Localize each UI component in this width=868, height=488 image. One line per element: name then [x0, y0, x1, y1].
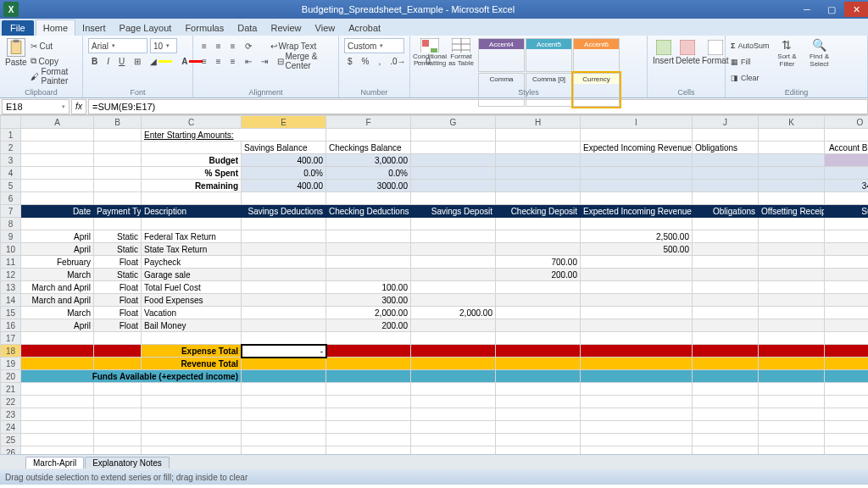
- col-header[interactable]: J: [693, 116, 759, 129]
- col-header[interactable]: O: [825, 116, 869, 129]
- tab-data[interactable]: Data: [231, 20, 264, 36]
- border-button[interactable]: ⊞: [131, 55, 144, 68]
- row-header[interactable]: 16: [1, 319, 21, 332]
- align-bottom-button[interactable]: ≡: [227, 40, 239, 53]
- row-header[interactable]: 17: [1, 332, 21, 345]
- fill-color-button[interactable]: ◢: [147, 55, 175, 68]
- col-header[interactable]: I: [581, 116, 693, 129]
- formula-bar: E18▾ fx =SUM(E9:E17): [0, 98, 868, 115]
- group-cells: Insert Delete Format Cells: [648, 36, 726, 97]
- find-icon: 🔍: [812, 38, 826, 52]
- group-font: Arial▾ 10▾ B I U ⊞ ◢ A Font: [83, 36, 193, 97]
- col-header[interactable]: F: [326, 116, 411, 129]
- format-painter-button[interactable]: 🖌Format Painter: [31, 69, 77, 84]
- svg-rect-11: [708, 40, 723, 55]
- row-header[interactable]: 11: [1, 256, 21, 269]
- merge-center-button[interactable]: ⊟Merge & Center: [274, 50, 333, 72]
- close-button[interactable]: ✕: [844, 2, 868, 17]
- currency-button[interactable]: $: [344, 55, 356, 68]
- insert-cells-button[interactable]: Insert: [653, 38, 674, 67]
- row-header[interactable]: 8: [1, 218, 21, 230]
- row-header[interactable]: 10: [1, 243, 21, 256]
- format-as-table-button[interactable]: Format as Table: [447, 38, 476, 67]
- row-header[interactable]: 25: [1, 434, 21, 446]
- row-header[interactable]: 7: [1, 205, 21, 218]
- col-header[interactable]: A: [21, 116, 94, 129]
- row-header[interactable]: 21: [1, 383, 21, 396]
- style-accent5[interactable]: Accent5: [526, 38, 572, 72]
- increase-indent-button[interactable]: ⇥: [258, 55, 271, 68]
- cut-button[interactable]: ✂Cut: [31, 38, 77, 53]
- underline-button[interactable]: U: [115, 55, 128, 68]
- tab-review[interactable]: Review: [264, 20, 308, 36]
- font-name-select[interactable]: Arial▾: [88, 38, 147, 53]
- col-header[interactable]: E: [242, 116, 326, 129]
- spreadsheet-grid[interactable]: ABCEFGHIJKO1Enter Starting Amounts:2Savi…: [0, 115, 868, 454]
- row-header[interactable]: 1: [1, 129, 21, 141]
- sheet-tab[interactable]: Explanatory Notes: [85, 457, 170, 469]
- fx-button[interactable]: fx: [71, 99, 86, 114]
- tab-formulas[interactable]: Formulas: [178, 20, 231, 36]
- col-header[interactable]: C: [142, 116, 242, 129]
- row-header[interactable]: 12: [1, 269, 21, 281]
- excel-icon: X: [3, 2, 19, 17]
- name-box[interactable]: E18▾: [2, 99, 70, 114]
- clear-button[interactable]: ◨Clear: [731, 70, 769, 86]
- align-center-button[interactable]: ≡: [213, 55, 225, 68]
- format-cells-button[interactable]: Format: [702, 38, 729, 67]
- style-accent4[interactable]: Accent4: [478, 38, 525, 72]
- col-header[interactable]: H: [496, 116, 581, 129]
- row-header[interactable]: 4: [1, 167, 21, 180]
- autosum-button[interactable]: ΣAutoSum: [731, 38, 769, 53]
- col-header[interactable]: B: [94, 116, 142, 129]
- col-header[interactable]: G: [411, 116, 496, 129]
- tab-view[interactable]: View: [309, 20, 342, 36]
- col-header[interactable]: K: [759, 116, 825, 129]
- row-header[interactable]: 26: [1, 446, 21, 455]
- row-header[interactable]: 20: [1, 370, 21, 383]
- svg-rect-10: [680, 40, 695, 55]
- tab-insert[interactable]: Insert: [75, 20, 113, 36]
- row-header[interactable]: 2: [1, 141, 21, 154]
- maximize-button[interactable]: ▢: [820, 2, 843, 17]
- paste-button[interactable]: Paste: [5, 38, 27, 67]
- row-header[interactable]: 24: [1, 421, 21, 434]
- sort-filter-button[interactable]: ⇅Sort & Filter: [772, 38, 801, 67]
- italic-button[interactable]: I: [103, 55, 113, 68]
- row-header[interactable]: 15: [1, 307, 21, 319]
- find-select-button[interactable]: 🔍Find & Select: [804, 38, 833, 67]
- comma-button[interactable]: ,: [375, 55, 384, 68]
- tab-page-layout[interactable]: Page Layout: [113, 20, 179, 36]
- row-header[interactable]: 6: [1, 192, 21, 205]
- file-tab[interactable]: File: [2, 20, 34, 36]
- delete-cells-button[interactable]: Delete: [676, 38, 700, 67]
- orientation-button[interactable]: ⟳: [242, 40, 255, 53]
- align-left-button[interactable]: ≡: [198, 55, 210, 68]
- sheet-tab-active[interactable]: March-April: [25, 457, 84, 469]
- increase-decimal-button[interactable]: .0→: [387, 55, 409, 68]
- conditional-formatting-button[interactable]: Conditional Formatting: [415, 38, 444, 67]
- row-header[interactable]: 3: [1, 154, 21, 167]
- percent-button[interactable]: %: [359, 55, 373, 68]
- row-header[interactable]: 19: [1, 358, 21, 370]
- align-right-button[interactable]: ≡: [227, 55, 239, 68]
- minimize-button[interactable]: ─: [795, 2, 819, 17]
- row-header[interactable]: 23: [1, 408, 21, 421]
- tab-acrobat[interactable]: Acrobat: [342, 20, 387, 36]
- row-header[interactable]: 18: [1, 345, 21, 358]
- fill-button[interactable]: ▦Fill: [731, 54, 769, 69]
- tab-home[interactable]: Home: [36, 19, 75, 36]
- row-header[interactable]: 5: [1, 180, 21, 192]
- decrease-indent-button[interactable]: ⇤: [242, 55, 255, 68]
- font-size-select[interactable]: 10▾: [150, 38, 177, 53]
- align-top-button[interactable]: ≡: [198, 40, 210, 53]
- copy-icon: ⧉: [31, 56, 36, 66]
- row-header[interactable]: 14: [1, 294, 21, 307]
- style-accent6[interactable]: Accent6: [573, 38, 620, 72]
- row-header[interactable]: 9: [1, 230, 21, 243]
- number-format-select[interactable]: Custom▾: [344, 38, 404, 53]
- row-header[interactable]: 22: [1, 396, 21, 408]
- bold-button[interactable]: B: [88, 55, 101, 68]
- row-header[interactable]: 13: [1, 281, 21, 294]
- align-middle-button[interactable]: ≡: [213, 40, 225, 53]
